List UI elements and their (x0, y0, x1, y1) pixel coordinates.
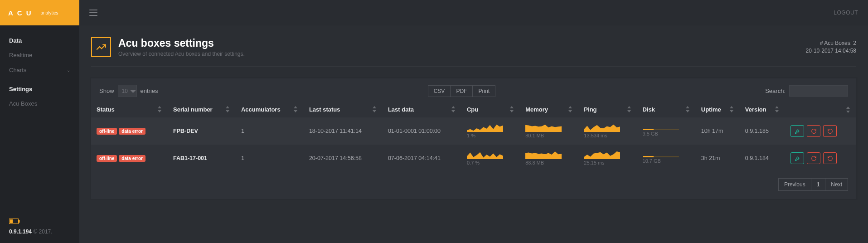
cell-ping: 25.15 ms (578, 145, 637, 172)
reset-button[interactable] (823, 125, 837, 137)
nav-heading-settings: Settings (0, 82, 79, 96)
cell-disk: 9.5 GB (637, 117, 696, 145)
sidebar: ACU analytics Data Realtime Charts ⌄ Set… (0, 0, 79, 243)
search-label: Search: (765, 87, 786, 94)
col-label: Last data (388, 106, 414, 113)
logout-link[interactable]: LOGOUT (834, 10, 858, 16)
sort-icon (627, 106, 632, 112)
show-label: Show (99, 87, 114, 94)
battery-icon (9, 219, 70, 224)
col-uptime[interactable]: Uptime (696, 102, 740, 117)
sparkline-icon (467, 151, 503, 159)
box-count: 2 (853, 40, 856, 46)
col-label: Version (745, 106, 766, 113)
page-size-select[interactable]: 10 (118, 85, 137, 97)
table-row: off-linedata error FAB1-17-001 1 20-07-2… (91, 145, 856, 172)
box-count-label: # Acu Boxes: (820, 40, 852, 46)
cell-accumulators: 1 (236, 145, 304, 172)
boxes-table: Status Serial number Accumulators Last s… (91, 102, 856, 172)
status-badge: off-line (97, 128, 117, 135)
cell-status: off-linedata error (91, 117, 168, 145)
configure-button[interactable] (790, 125, 804, 137)
col-label: Ping (584, 106, 596, 113)
sort-icon (226, 106, 230, 112)
cell-last-status: 20-07-2017 14:56:58 (304, 145, 383, 172)
prev-button[interactable]: Previous (778, 178, 811, 191)
col-label: Memory (525, 106, 548, 113)
cell-memory: 88.8 MB (520, 145, 578, 172)
status-badge: off-line (97, 155, 117, 162)
table-row: off-linedata error FPB-DEV 1 18-10-2017 … (91, 117, 856, 145)
ping-value: 25.15 ms (584, 160, 631, 165)
chart-icon (91, 37, 111, 57)
undo-icon (827, 128, 833, 134)
search-input[interactable] (789, 85, 848, 97)
app-version: 0.9.1.194 (9, 228, 32, 235)
export-group: CSV PDF Print (428, 85, 495, 97)
status-badge: data error (119, 155, 145, 162)
page-meta: # Acu Boxes: 2 20-10-2017 14:04:58 (806, 39, 856, 55)
sidebar-footer: 0.9.1.194 © 2017. (0, 212, 79, 243)
refresh-button[interactable] (807, 125, 820, 137)
col-cpu[interactable]: Cpu (461, 102, 520, 117)
refresh-button[interactable] (807, 152, 820, 164)
copyright: © 2017. (33, 228, 52, 235)
reset-button[interactable] (823, 152, 837, 164)
sidebar-item-charts[interactable]: Charts ⌄ (0, 63, 79, 78)
export-pdf-button[interactable]: PDF (451, 85, 473, 97)
col-last-status[interactable]: Last status (304, 102, 383, 117)
disk-value: 10.7 GB (643, 158, 690, 164)
col-accumulators[interactable]: Accumulators (236, 102, 304, 117)
entries-label: entries (141, 87, 158, 94)
topbar: LOGOUT (79, 0, 868, 25)
menu-toggle-icon[interactable] (89, 10, 97, 16)
wrench-icon (795, 156, 800, 161)
sidebar-nav: Data Realtime Charts ⌄ Settings Acu Boxe… (0, 25, 79, 111)
sidebar-item-label: Charts (9, 67, 26, 73)
status-badge: data error (119, 128, 145, 135)
col-actions (785, 102, 856, 117)
col-ping[interactable]: Ping (578, 102, 637, 117)
disk-bar (643, 129, 679, 130)
cell-memory: 80.1 MB (520, 117, 578, 145)
cell-ping: 13.534 ms (578, 117, 637, 145)
col-memory[interactable]: Memory (520, 102, 578, 117)
svg-rect-2 (10, 219, 13, 223)
brand-sub: analytics (41, 10, 58, 15)
nav-heading-data: Data (0, 34, 79, 48)
table-toolbar: Show 10 entries CSV PDF Print Search: (91, 78, 856, 102)
cell-version: 0.9.1.185 (740, 117, 786, 145)
cell-last-data: 01-01-0001 01:00:00 (383, 117, 461, 145)
sort-icon (730, 106, 734, 112)
sort-icon (775, 106, 780, 112)
refresh-icon (811, 156, 817, 161)
col-last-data[interactable]: Last data (383, 102, 461, 117)
sidebar-item-realtime[interactable]: Realtime (0, 48, 79, 63)
page-header: Acu boxes settings Overview of connected… (91, 25, 856, 67)
col-serial[interactable]: Serial number (168, 102, 236, 117)
next-button[interactable]: Next (825, 178, 848, 191)
page-number[interactable]: 1 (811, 178, 826, 191)
col-status[interactable]: Status (91, 102, 168, 117)
col-label: Accumulators (241, 106, 281, 113)
cpu-value: 1 % (467, 133, 514, 138)
sidebar-item-acu-boxes[interactable]: Acu Boxes (0, 96, 79, 111)
svg-rect-1 (19, 220, 20, 223)
col-label: Serial number (173, 106, 213, 113)
cell-version: 0.9.1.184 (740, 145, 786, 172)
col-disk[interactable]: Disk (637, 102, 696, 117)
configure-button[interactable] (790, 152, 804, 164)
sparkline-icon (467, 124, 503, 132)
cpu-value: 0.7 % (467, 160, 514, 165)
sidebar-item-label: Realtime (9, 52, 32, 58)
cell-serial: FPB-DEV (168, 117, 236, 145)
export-print-button[interactable]: Print (473, 85, 495, 97)
export-csv-button[interactable]: CSV (428, 85, 451, 97)
main: LOGOUT Acu boxes settings Overview of co… (79, 0, 868, 243)
cell-uptime: 3h 21m (696, 145, 740, 172)
sparkline-icon (584, 124, 620, 132)
sparkline-icon (584, 151, 620, 159)
cell-cpu: 0.7 % (461, 145, 520, 172)
col-version[interactable]: Version (740, 102, 786, 117)
memory-value: 80.1 MB (525, 133, 573, 138)
